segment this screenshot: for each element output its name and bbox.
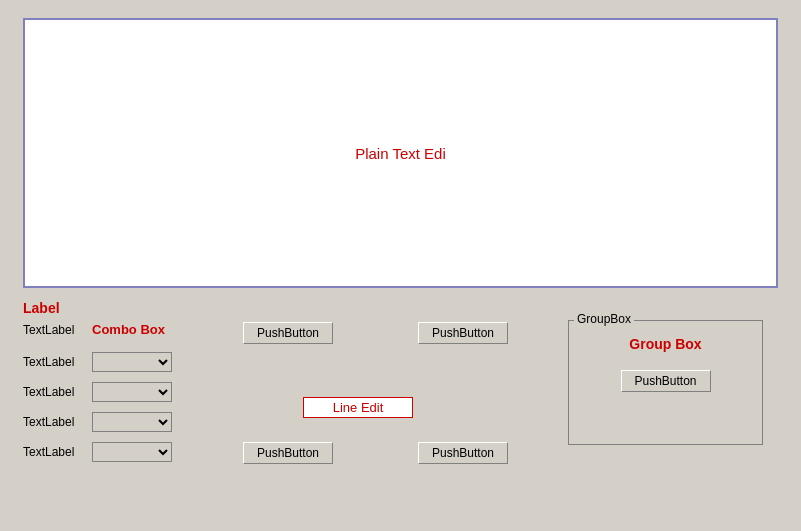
combo-select-row4[interactable]: [92, 412, 172, 432]
push-button-row1-2[interactable]: PushButton: [418, 322, 508, 344]
line-edit-input[interactable]: [303, 397, 413, 418]
text-label-row3: TextLabel: [23, 385, 88, 399]
text-label-row1: TextLabel: [23, 323, 88, 337]
push-button-row1-1[interactable]: PushButton: [243, 322, 333, 344]
group-box-btn-container: PushButton: [579, 370, 752, 392]
push-button-row5-1[interactable]: PushButton: [243, 442, 333, 464]
row4: TextLabel: [23, 412, 172, 432]
row1: TextLabel Combo Box: [23, 322, 173, 337]
combo-select-row3[interactable]: [92, 382, 172, 402]
text-label-row2: TextLabel: [23, 355, 88, 369]
controls-area: Label TextLabel Combo Box PushButton Pus…: [23, 300, 778, 513]
main-container: Plain Text Edi Label TextLabel Combo Box…: [8, 8, 793, 523]
text-label-row5: TextLabel: [23, 445, 88, 459]
group-box: GroupBox Group Box PushButton: [568, 320, 763, 445]
text-editor-content: Plain Text Edi: [355, 145, 446, 162]
row2: TextLabel: [23, 352, 172, 372]
text-label-row4: TextLabel: [23, 415, 88, 429]
main-label: Label: [23, 300, 60, 316]
group-box-title: Group Box: [579, 336, 752, 352]
line-edit-container: [303, 397, 413, 418]
group-box-frame-label: GroupBox: [574, 312, 634, 326]
combo-select-row5[interactable]: [92, 442, 172, 462]
combo-box-label: Combo Box: [92, 322, 165, 337]
text-editor-area[interactable]: Plain Text Edi: [23, 18, 778, 288]
push-button-row5-2[interactable]: PushButton: [418, 442, 508, 464]
row5: TextLabel: [23, 442, 172, 462]
combo-select-row2[interactable]: [92, 352, 172, 372]
group-box-push-button[interactable]: PushButton: [621, 370, 711, 392]
row3: TextLabel: [23, 382, 172, 402]
